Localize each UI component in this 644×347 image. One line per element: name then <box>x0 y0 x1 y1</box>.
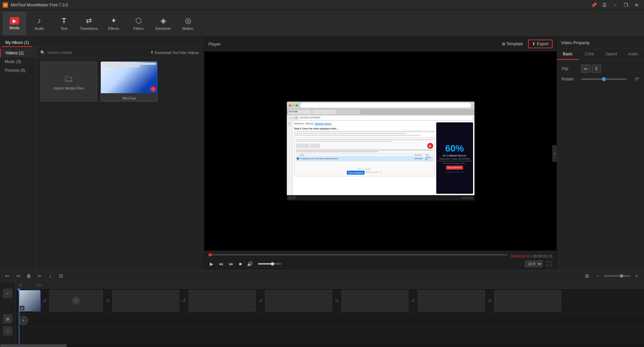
effects-icon: ✦ <box>111 16 117 25</box>
fullscreen-button[interactable]: ⛶ <box>545 261 553 267</box>
toolbar-item-transitions[interactable]: ⇄ Transitions <box>77 12 101 35</box>
next-frame-button[interactable]: ⏭ <box>228 261 235 267</box>
volume-slider[interactable] <box>258 263 281 265</box>
progress-bar[interactable] <box>208 254 508 255</box>
tracks-container: 🔊 ↺ ⬇ <box>15 289 644 344</box>
toolbar-item-audio[interactable]: ♪ Audio <box>27 12 51 35</box>
playhead[interactable] <box>19 289 19 344</box>
redo-button[interactable]: ↪ <box>13 271 23 281</box>
media-nav: Videos (1) Music (0) Pictures (0) <box>0 47 37 270</box>
search-input[interactable] <box>47 50 146 55</box>
audio-detach-button[interactable]: ♪ <box>46 271 55 281</box>
download-youtube-btn[interactable]: ⬇ Download YouTube Videos <box>148 49 201 56</box>
add-music-icon[interactable]: + <box>19 316 28 325</box>
toolbar-item-filters[interactable]: ⬡ Filters <box>127 12 150 35</box>
fit-timeline-button[interactable]: ⊞ <box>582 271 592 281</box>
placeholder-2[interactable] <box>112 290 179 311</box>
cut-button[interactable]: ✂ <box>35 271 44 281</box>
placeholder-3[interactable] <box>189 290 256 311</box>
rotate-row: Rotate: 0° <box>562 77 639 81</box>
rotate-thumb[interactable] <box>602 77 606 81</box>
app-title: MiniTool MovieMaker Free 7.3.0 <box>11 3 586 7</box>
volume-thumb[interactable] <box>271 262 274 266</box>
repeat-icon-5: ↺ <box>333 290 340 311</box>
volume-button[interactable]: 🔊 <box>246 261 254 267</box>
pin-button[interactable]: 📌 <box>589 0 598 10</box>
video-clip[interactable]: 🔊 <box>19 290 41 311</box>
title-bar: M MiniTool MovieMaker Free 7.3.0 📌 ☰ − ❐… <box>0 0 644 10</box>
progress-thumb[interactable] <box>208 253 212 256</box>
center-panel: Player ⊞ Template ⬆ Export <box>204 37 557 270</box>
add-track-button[interactable]: + <box>3 289 12 298</box>
placeholder-4[interactable] <box>265 290 332 311</box>
placeholder-5[interactable] <box>341 290 408 311</box>
flip-label: Flip: <box>562 66 578 71</box>
tab-speed[interactable]: Speed <box>600 49 622 60</box>
main-toolbar: ▶ Media ♪ Audio T Text ⇄ Transitions ✦ E… <box>0 10 644 37</box>
aspect-ratio-select[interactable]: 16:9 9:16 4:3 1:1 <box>525 261 542 267</box>
flip-vertical-button[interactable]: ⇕ <box>592 65 601 73</box>
placeholder-6[interactable] <box>418 290 485 311</box>
repeat-icon-2[interactable]: ↺ <box>104 290 111 311</box>
undo-button[interactable]: ↩ <box>3 271 12 281</box>
import-media-item[interactable]: 🗂 Import Media Files <box>40 61 97 102</box>
nav-item-music[interactable]: Music (0) <box>0 57 37 66</box>
placeholder-1[interactable]: ⬇ <box>49 290 103 311</box>
play-button[interactable]: ▶ <box>208 261 215 267</box>
my-album-tab[interactable]: My Album (1) <box>2 39 33 47</box>
zoom-out-button[interactable]: − <box>593 271 602 281</box>
placeholder-7[interactable] <box>494 290 561 311</box>
folder-icon: 🗂 <box>64 73 73 84</box>
repeat-icon-1[interactable]: ↺ <box>41 290 48 311</box>
layers-icon: ⊞ <box>502 42 505 46</box>
flip-row: Flip: ⇔ ⇕ <box>562 65 639 73</box>
scrollbar-thumb[interactable] <box>0 344 67 347</box>
template-button[interactable]: ⊞ Template <box>499 40 526 48</box>
collapse-panel-button[interactable]: › <box>552 145 557 162</box>
left-panel: My Album (1) Videos (1) Music (0) Pictur… <box>0 37 204 270</box>
repeat-icon-4: ↺ <box>257 290 264 311</box>
audio-icon: ♪ <box>38 16 41 25</box>
video-track: 🔊 ↺ ⬇ <box>15 289 644 314</box>
tab-audio[interactable]: Audio <box>622 49 644 60</box>
toolbar-item-motion[interactable]: ◎ Motion <box>176 12 200 35</box>
tab-basic[interactable]: Basic <box>557 49 579 60</box>
media-grid: 🗂 Import Media Files ✓ <box>37 58 204 270</box>
zoom-slider[interactable] <box>604 275 631 277</box>
nav-item-videos[interactable]: Videos (1) <box>0 49 37 57</box>
repeat-icon-3: ↺ <box>181 290 187 311</box>
export-button[interactable]: ⬆ Export <box>528 40 553 48</box>
rotate-controls: 0° <box>581 77 639 81</box>
prev-frame-button[interactable]: ⏮ <box>217 261 225 267</box>
tab-color[interactable]: Color <box>579 49 600 60</box>
delete-button[interactable]: 🗑 <box>24 271 34 281</box>
crop-button[interactable]: ⊟ <box>56 271 66 281</box>
playback-controls: ▶ ⏮ ⏭ ■ 🔊 16:9 9:16 4:3 1:1 <box>208 261 553 267</box>
restore-button[interactable]: ❐ <box>621 0 631 10</box>
player-canvas: YouTube ←→↺ youtube.com/watch <box>204 51 557 251</box>
media-icon: ▶ <box>10 17 19 24</box>
search-bar: 🔍 ⬇ Download YouTube Videos <box>37 47 204 58</box>
minitool-media-item[interactable]: ✓ MiniTool <box>101 61 157 102</box>
zoom-thumb[interactable] <box>620 274 623 278</box>
music-add-button[interactable]: + <box>19 316 28 325</box>
toolbar-item-text[interactable]: T Text <box>52 12 76 35</box>
minimize-button[interactable]: − <box>610 0 620 10</box>
export-icon: ⬆ <box>532 42 535 46</box>
nav-item-pictures[interactable]: Pictures (0) <box>0 66 37 75</box>
motion-icon: ◎ <box>185 16 191 25</box>
stop-button[interactable]: ■ <box>238 261 243 267</box>
timeline-scrollbar[interactable] <box>0 344 644 347</box>
toolbar-item-media[interactable]: ▶ Media <box>3 12 26 35</box>
video-track-clips: 🔊 ↺ ⬇ <box>19 290 562 311</box>
close-button[interactable]: ✕ <box>632 0 641 10</box>
menu-button[interactable]: ☰ <box>600 0 609 10</box>
toolbar-item-effects[interactable]: ✦ Effects <box>102 12 125 35</box>
right-panel: Video Property Basic Color Speed Audio F… <box>557 37 644 270</box>
flip-horizontal-button[interactable]: ⇔ <box>581 65 590 73</box>
app-body: My Album (1) Videos (1) Music (0) Pictur… <box>0 37 644 347</box>
toolbar-item-elements[interactable]: ◈ Elements <box>151 12 175 35</box>
time-mark-1: 1.6s <box>36 283 42 287</box>
zoom-in-button[interactable]: + <box>632 271 641 281</box>
rotate-slider[interactable] <box>581 78 627 80</box>
